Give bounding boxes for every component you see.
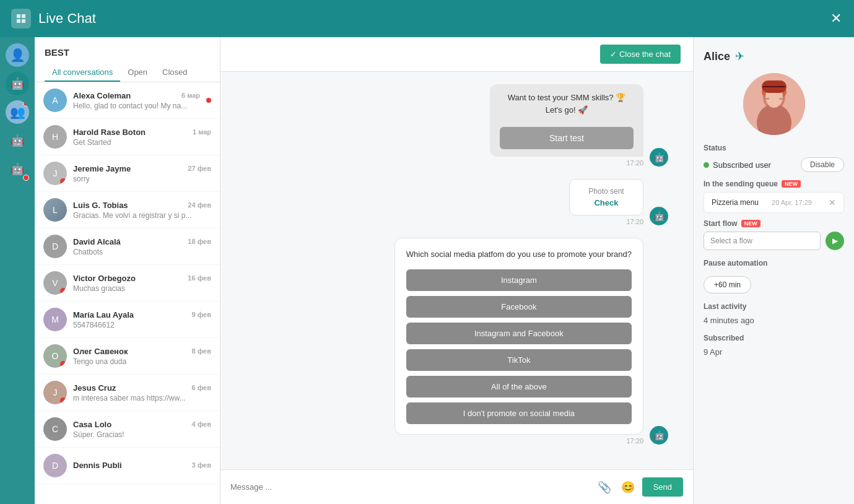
user-header: Alice ✈ [704,50,844,63]
conv-info: Jeremie Jayme 27 фев sorry [73,164,211,183]
flow-section-label: Start flow [704,219,738,228]
conv-info: María Lau Ayala 9 фев 5547846612 [73,310,211,329]
conversations-panel: BEST All conversations Open Closed A Ale… [35,37,220,504]
list-item[interactable]: M María Lau Ayala 9 фев 5547846612 [35,302,220,338]
check-link[interactable]: Check [580,198,633,207]
avatar: L [43,198,67,222]
queue-section-label: In the sending queue [704,180,778,188]
conv-panel-title: BEST [35,37,220,58]
conv-tabs: All conversations Open Closed [35,58,220,82]
tab-closed[interactable]: Closed [155,64,194,82]
option-all-above-button[interactable]: All of the above [406,376,632,398]
list-item[interactable]: J Jeremie Jayme 27 фев sorry [35,155,220,192]
msg-group: Want to test your SMM skills? 🏆Let's go!… [490,84,643,167]
msg-row: Photo sent Check 17:20 🤖 [245,179,668,225]
list-item[interactable]: V Victor Orbegozo 16 фев Muchas gracias [35,265,220,302]
option-instagram-facebook-button[interactable]: Instagram and Facebook [406,323,632,344]
attachment-button[interactable]: 📎 [595,478,614,497]
tab-all-conversations[interactable]: All conversations [45,64,120,82]
queue-new-badge: NEW [782,180,801,188]
option-tiktok-button[interactable]: TikTok [406,349,632,371]
app-logo [11,9,31,28]
list-item[interactable]: J Jesus Cruz 6 фев m interesa saber mas … [35,375,220,411]
conv-name-row: Victor Orbegozo 16 фев [73,274,211,283]
chat-topbar: ✓ Close the chat [220,37,693,72]
activity-value: 4 minutes ago [704,316,844,325]
pause-automation-button[interactable]: +60 min [704,276,751,293]
list-item[interactable]: О Олег Савенок 8 фев Tengo una duda [35,338,220,375]
conv-info: Casa Lolo 4 фев Súper. Gracias! [73,420,211,439]
chat-area: ✓ Close the chat Want to test your SMM s… [220,37,693,504]
list-item[interactable]: A Alexa Coleman 6 мар Hello, glad to con… [35,82,220,119]
conv-name-row: Luis G. Tobias 24 фев [73,201,211,210]
conv-name-row: Casa Lolo 4 фев [73,420,211,429]
msg-group: Photo sent Check 17:20 [569,179,643,225]
conv-info: Alexa Coleman 6 мар Hello, glad to conta… [73,91,200,110]
queue-section: In the sending queue NEW Pizzeria menu 2… [704,180,844,213]
avatar: D [43,454,67,477]
flow-play-button[interactable]: ▶ [826,232,844,250]
window-close-button[interactable]: ✕ [830,11,842,27]
user-avatar-container [704,73,844,135]
photo-sent-bubble: Photo sent Check [569,179,643,215]
queue-remove-button[interactable]: ✕ [829,198,836,207]
sidebar-bot-1[interactable]: 🤖 [6,72,29,95]
unread-dot [206,98,211,103]
queue-item-name: Pizzeria menu [712,198,759,207]
send-button[interactable]: Send [642,477,683,497]
list-item[interactable]: C Casa Lolo 4 фев Súper. Gracias! [35,411,220,448]
social-question-bubble: Which social media platfom do you use to… [394,238,643,435]
status-text: Subscribed user [713,160,771,170]
avatar: M [43,308,67,331]
conv-info: Jesus Cruz 6 фев m interesa saber mas ht… [73,383,211,402]
sidebar-avatar-2[interactable]: 👥 [6,100,29,124]
status-row: Subscribed user Disable [704,157,844,172]
activity-section: Last activity 4 minutes ago [704,302,844,325]
option-no-promote-button[interactable]: I don't promote on social media [406,402,632,424]
app-title: Live Chat [38,11,96,27]
list-item[interactable]: H Harold Rase Boton 1 мар Get Started [35,119,220,155]
avatar: J [43,381,67,404]
message-time: 17:20 [626,437,643,445]
list-item[interactable]: L Luis G. Tobias 24 фев Gracias. Me volv… [35,192,220,228]
message-time: 17:20 [626,159,643,167]
chat-input-area: 📎 😊 Send [220,469,693,504]
sidebar-bot-2[interactable]: 🤖 [6,129,29,152]
list-item[interactable]: D David Alcalá 18 фев Chatbots [35,228,220,265]
user-avatar-large [743,73,805,135]
telegram-icon: ✈ [735,50,744,63]
conversations-list: A Alexa Coleman 6 мар Hello, glad to con… [35,82,220,504]
message-bubble: Want to test your SMM skills? 🏆Let's go!… [490,84,643,157]
activity-label: Last activity [704,302,844,311]
option-facebook-button[interactable]: Facebook [406,296,632,318]
main-layout: 👤 🤖 👥 🤖 🤖 BEST All conversations Open Cl… [0,37,854,504]
svg-rect-8 [779,98,783,100]
conv-info: David Alcalá 18 фев Chatbots [73,237,211,256]
conv-info: Harold Rase Boton 1 мар Get Started [73,128,211,147]
sidebar-bot-3[interactable]: 🤖 [6,157,29,181]
status-value: Subscribed user [704,160,771,170]
chat-messages: Want to test your SMM skills? 🏆Let's go!… [220,72,693,469]
conv-info: Victor Orbegozo 16 фев Muchas gracias [73,274,211,293]
msg-row: Want to test your SMM skills? 🏆Let's go!… [245,84,668,167]
avatar-svg [743,73,805,135]
emoji-button[interactable]: 😊 [619,478,637,497]
conv-info: Dennis Publi 3 фев [73,461,211,471]
queue-item: Pizzeria menu 20 Apr, 17:29 ✕ [704,192,844,213]
tab-open[interactable]: Open [120,64,155,82]
queue-item-date: 20 Apr, 17:29 [772,199,812,206]
disable-button[interactable]: Disable [801,157,844,172]
icon-sidebar: 👤 🤖 👥 🤖 🤖 [0,37,35,504]
status-section-label: Status [704,144,844,152]
list-item[interactable]: D Dennis Publi 3 фев [35,448,220,484]
pause-section: Pause automation +60 min [704,259,844,293]
conv-name-row: David Alcalá 18 фев [73,237,211,246]
pause-section-label: Pause automation [704,259,844,267]
sidebar-avatar-1[interactable]: 👤 [6,43,29,67]
message-input[interactable] [230,482,590,492]
start-test-button[interactable]: Start test [500,127,634,149]
close-chat-button[interactable]: ✓ Close the chat [600,45,681,64]
flow-select[interactable]: Select a flow [704,232,821,250]
option-instagram-button[interactable]: Instagram [406,269,632,291]
flow-label-row: Start flow NEW [704,219,844,228]
